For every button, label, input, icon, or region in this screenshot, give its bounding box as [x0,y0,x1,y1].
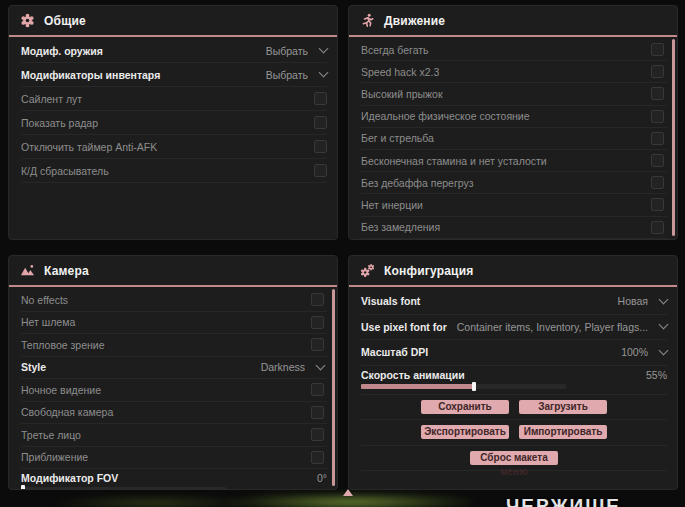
cooldown-resetter-row[interactable]: К/Д сбрасыватель [21,159,327,183]
no-inertia-row[interactable]: Нет инерции [361,194,667,216]
no-slowdown-row[interactable]: Без замедления [361,217,667,239]
inventory-mods-row: Модификаторы инвентаряВыбрать [21,63,327,87]
run-and-shoot-checkbox[interactable] [651,132,664,145]
third-person-row[interactable]: Третье лицо [21,424,327,447]
no-slowdown-label: Без замедления [361,221,440,233]
high-jump-row[interactable]: Высокий прыжок [361,83,667,105]
panel-config-header[interactable]: Конфигурация [349,256,677,285]
no-helmet-checkbox[interactable] [311,316,324,329]
thermal-vision-checkbox[interactable] [311,338,324,351]
gear-flower-icon [20,13,35,28]
panel-movement-header[interactable]: Движение [349,6,677,35]
cooldown-resetter-checkbox[interactable] [314,164,327,177]
silent-loot-label: Сайлент лут [21,93,82,105]
save-button[interactable]: Сохранить [421,400,509,414]
visuals-font-dropdown[interactable]: Новая [618,295,667,307]
slider-handle[interactable] [472,382,476,391]
perfect-physical-condition-checkbox[interactable] [651,110,664,123]
fov-modifier-slider[interactable] [21,487,226,490]
run-and-shoot-label: Бег и стрельба [361,132,434,144]
infinite-stamina-checkbox[interactable] [651,154,664,167]
night-vision-row[interactable]: Ночное видение [21,379,327,402]
free-camera-row[interactable]: Свободная камера [21,402,327,425]
no-effects-checkbox[interactable] [311,293,324,306]
slider-handle[interactable] [21,485,25,490]
animation-speed-value: 55% [646,369,667,381]
panel-config: Конфигурация Visuals fontНоваяUse pixel … [348,255,678,490]
show-radar-checkbox[interactable] [314,116,327,129]
third-person-checkbox[interactable] [311,428,324,441]
use-pixel-font-for-dropdown[interactable]: Container items, Inventory, Player flags… [457,321,667,333]
reset-menu-layout-button[interactable]: Сброс макета меню [470,451,558,465]
style-label: Style [21,361,46,373]
fov-modifier-row: Модификатор FOV0° [21,469,327,490]
inventory-mods-dropdown[interactable]: Выбрать [266,69,327,81]
reset-button-row: Сброс макета меню [361,446,667,472]
no-inertia-checkbox[interactable] [651,198,664,211]
no-overload-debuff-label: Без дебаффа перегруз [361,177,474,189]
zoom-in-checkbox[interactable] [311,451,324,464]
no-overload-debuff-checkbox[interactable] [651,176,664,189]
speed-hack-checkbox[interactable] [651,65,664,78]
perfect-physical-condition-row[interactable]: Идеальное физическое состояние [361,106,667,128]
camera-scrollbar[interactable] [332,289,335,486]
run-and-shoot-row[interactable]: Бег и стрельба [361,128,667,150]
animation-speed-row: Скорость анимации55% [361,366,667,395]
panel-movement: Движение Всегда бегатьSpeed hack x2.3Выс… [348,5,678,240]
silent-loot-row[interactable]: Сайлент лут [21,87,327,111]
disable-anti-afk-timer-row[interactable]: Отключить таймер Anti-AFK [21,135,327,159]
slider-fill [361,384,474,389]
always-run-label: Всегда бегать [361,44,429,56]
disable-anti-afk-timer-checkbox[interactable] [314,140,327,153]
no-helmet-label: Нет шлема [21,316,75,328]
show-radar-label: Показать радар [21,117,98,129]
background-player-nickname: ЧЕРЖИШЕ [506,495,621,507]
night-vision-checkbox[interactable] [311,383,324,396]
silent-loot-checkbox[interactable] [314,92,327,105]
zoom-in-label: Приближение [21,451,88,463]
weapon-mod-value: Выбрать [266,45,308,57]
chevron-down-icon [319,68,329,78]
cooldown-resetter-label: К/Д сбрасыватель [21,165,109,177]
visuals-font-label: Visuals font [361,295,420,307]
chevron-down-icon [659,345,669,355]
weapon-mod-dropdown[interactable]: Выбрать [266,45,327,57]
always-run-row[interactable]: Всегда бегать [361,39,667,61]
panel-camera: Камера No effectsНет шлемаТепловое зрени… [8,255,338,490]
animation-speed-label: Скорость анимации [361,369,646,381]
no-slowdown-checkbox[interactable] [651,221,664,234]
weapon-mod-label: Модиф. оружия [21,45,103,57]
export-import-button-row: ЭкспортироватьИмпортировать [361,420,667,446]
style-dropdown[interactable]: Darkness [261,361,324,373]
high-jump-checkbox[interactable] [651,87,664,100]
no-helmet-row[interactable]: Нет шлема [21,312,327,335]
movement-scrollbar[interactable] [672,39,675,236]
panel-general-header[interactable]: Общие [9,6,337,35]
animation-speed-slider[interactable] [361,384,566,389]
zoom-in-row[interactable]: Приближение [21,447,327,470]
show-radar-row[interactable]: Показать радар [21,111,327,135]
no-effects-row[interactable]: No effects [21,289,327,312]
dpi-scale-dropdown[interactable]: 100% [621,346,667,358]
always-run-checkbox[interactable] [651,43,664,56]
panel-config-title: Конфигурация [384,264,473,278]
visuals-font-value: Новая [618,295,648,307]
free-camera-label: Свободная камера [21,406,113,418]
no-effects-label: No effects [21,294,68,306]
night-vision-label: Ночное видение [21,384,101,396]
import-button[interactable]: Импортировать [519,425,607,439]
no-overload-debuff-row[interactable]: Без дебаффа перегруз [361,172,667,194]
dpi-scale-row: Масштаб DPI100% [361,340,667,366]
export-button[interactable]: Экспортировать [421,425,509,439]
speed-hack-row[interactable]: Speed hack x2.3 [361,61,667,83]
load-button[interactable]: Загрузить [519,400,607,414]
use-pixel-font-for-row: Use pixel font forContainer items, Inven… [361,315,667,341]
panel-general-title: Общие [44,14,86,28]
resize-grip-icon[interactable] [343,489,353,496]
free-camera-checkbox[interactable] [311,406,324,419]
infinite-stamina-row[interactable]: Бесконечная стамина и нет усталости [361,150,667,172]
mod-menu-screen: ЧЕРЖИШЕ Общие Модиф. оружияВыбратьМодифи… [0,0,685,507]
panel-camera-header[interactable]: Камера [9,256,337,285]
chevron-down-icon [316,360,326,370]
thermal-vision-row[interactable]: Тепловое зрение [21,334,327,357]
